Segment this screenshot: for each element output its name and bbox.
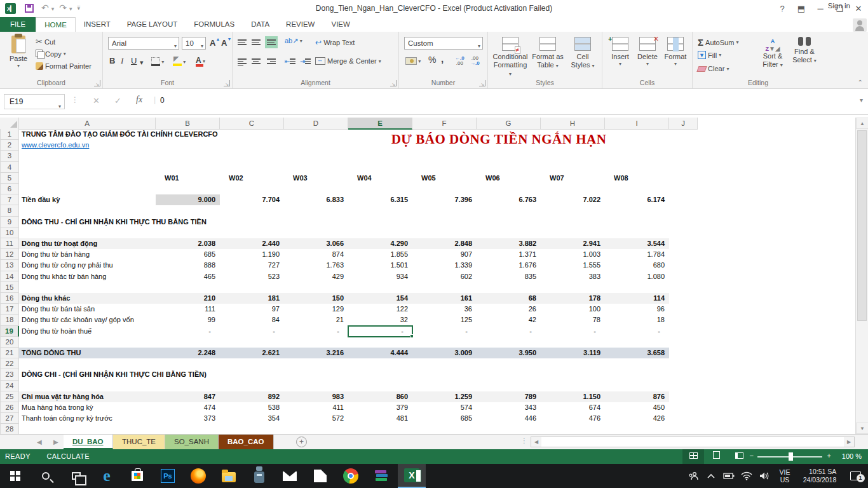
cell-I16[interactable]: 114 [605, 293, 669, 304]
vertical-scrollbar[interactable]: ▲ ▼ [855, 118, 868, 434]
cell-G7[interactable]: 6.763 [477, 194, 541, 205]
cell-H11[interactable]: 2.941 [541, 238, 605, 249]
cell-E26[interactable]: 379 [348, 402, 412, 413]
taskbar-chrome-button[interactable] [337, 464, 365, 488]
taskbar-search-button[interactable] [32, 464, 60, 488]
taskbar-start-button[interactable] [1, 464, 29, 488]
cell-G18[interactable]: 42 [477, 315, 541, 325]
cell-G12[interactable]: 1.371 [477, 249, 541, 260]
cell-F11[interactable]: 2.848 [412, 238, 477, 249]
cell-D7[interactable]: 6.833 [284, 194, 348, 205]
cell-E14[interactable]: 934 [348, 271, 412, 282]
ribbon-tab-page-layout[interactable]: PAGE LAYOUT [119, 17, 186, 32]
cell-I5[interactable]: W08 [605, 173, 669, 184]
cell-E17[interactable]: 122 [348, 304, 412, 315]
cell-D11[interactable]: 3.066 [284, 238, 348, 249]
row-header-25[interactable]: 25 [0, 391, 19, 402]
ribbon-tab-home[interactable]: HOME [36, 17, 76, 32]
font-name-combo[interactable]: Arial▾ [108, 37, 179, 50]
cell-E11[interactable]: 4.290 [348, 238, 412, 249]
show-hidden-icons-chevron[interactable] [703, 464, 719, 488]
cell-C5[interactable]: W02 [220, 173, 284, 184]
cell-H5[interactable]: W07 [541, 173, 605, 184]
horizontal-scrollbar[interactable]: ◀ ▶ [531, 437, 855, 447]
number-format-combo[interactable]: Custom▾ [404, 37, 483, 50]
wifi-tray-icon[interactable] [738, 464, 755, 488]
column-header-D[interactable]: D [284, 118, 348, 130]
cell-D13[interactable]: 1.763 [284, 260, 348, 271]
align-left-button[interactable] [238, 57, 247, 67]
cell-B26[interactable]: 474 [156, 402, 220, 413]
people-tray-icon[interactable] [685, 464, 702, 488]
column-header-A[interactable]: A [19, 118, 156, 130]
row-header-19[interactable]: 19 [0, 326, 19, 337]
cell-D17[interactable]: 129 [284, 304, 348, 315]
cell-D26[interactable]: 411 [284, 402, 348, 413]
cell-G5[interactable]: W06 [477, 173, 541, 184]
cell-C16[interactable]: 181 [220, 293, 284, 304]
cell-F16[interactable]: 161 [412, 293, 477, 304]
row-header-23[interactable]: 23 [0, 369, 19, 380]
cell-E5[interactable]: W04 [348, 173, 412, 184]
cell-H12[interactable]: 1.003 [541, 249, 605, 260]
ribbon-tab-formulas[interactable]: FORMULAS [186, 17, 243, 32]
format-painter-button[interactable]: Format Painter [36, 62, 92, 70]
clear-button[interactable]: Clear ▾ [698, 65, 729, 72]
cell-B11[interactable]: 2.038 [156, 238, 220, 249]
cell-D12[interactable]: 874 [284, 249, 348, 260]
cell-H16[interactable]: 178 [541, 293, 605, 304]
zoom-in-button[interactable]: + [827, 452, 831, 459]
cell-B18[interactable]: 99 [156, 315, 220, 325]
decrease-decimal-button[interactable]: .00→.0 [470, 56, 480, 66]
vertical-scroll-thumb[interactable] [857, 130, 867, 321]
comma-style-button[interactable]: , [441, 53, 444, 64]
cell-E7[interactable]: 6.315 [348, 194, 412, 205]
cell-F12[interactable]: 907 [412, 249, 477, 260]
enter-formula-icon[interactable]: ✓ [114, 96, 121, 105]
cell-D25[interactable]: 983 [284, 391, 348, 402]
cell-B17[interactable]: 111 [156, 304, 220, 315]
cell-E12[interactable]: 1.855 [348, 249, 412, 260]
cell-C21[interactable]: 2.621 [220, 348, 284, 358]
taskbar-file-explorer-button[interactable] [215, 464, 243, 488]
cell-G19[interactable]: - [477, 326, 541, 337]
cell-F14[interactable]: 602 [412, 271, 477, 282]
cell-F19[interactable]: - [412, 326, 477, 337]
cell-H19[interactable]: - [541, 326, 605, 337]
battery-tray-icon[interactable] [721, 464, 737, 488]
row-header-14[interactable]: 14 [0, 271, 19, 282]
italic-button[interactable]: I [121, 56, 123, 66]
cell-F5[interactable]: W05 [412, 173, 477, 184]
cell-B14[interactable]: 465 [156, 271, 220, 282]
row-header-20[interactable]: 20 [0, 337, 19, 348]
cell-F17[interactable]: 36 [412, 304, 477, 315]
ribbon-tab-view[interactable]: VIEW [323, 17, 358, 32]
taskbar-store-button[interactable] [123, 464, 151, 488]
cell-G17[interactable]: 26 [477, 304, 541, 315]
normal-view-button[interactable] [682, 449, 704, 464]
cell-C7[interactable]: 7.704 [220, 194, 284, 205]
cell-B27[interactable]: 373 [156, 413, 220, 424]
cell-E21[interactable]: 4.444 [348, 348, 412, 358]
page-break-view-button[interactable] [728, 449, 750, 464]
cell-E13[interactable]: 1.501 [348, 260, 412, 271]
expand-formula-bar-icon[interactable]: ▾ [860, 97, 863, 104]
cell-G26[interactable]: 343 [477, 402, 541, 413]
taskbar-robot-app-button[interactable] [245, 464, 273, 488]
new-sheet-button[interactable]: + [296, 437, 307, 447]
conditional-formatting-button[interactable]: ConditionalFormatting ▾ [492, 37, 529, 78]
cell-H21[interactable]: 3.119 [541, 348, 605, 358]
column-header-E[interactable]: E [348, 118, 412, 130]
cell-I14[interactable]: 1.080 [605, 271, 669, 282]
percent-style-button[interactable]: % [428, 55, 436, 65]
taskbar-photoshop-button[interactable]: Ps [154, 464, 182, 488]
cell-E18[interactable]: 32 [348, 315, 412, 325]
shrink-font-button[interactable]: A▼ [221, 38, 227, 48]
cell-C18[interactable]: 84 [220, 315, 284, 325]
font-size-combo[interactable]: 10▾ [182, 37, 206, 50]
clipboard-dialog-launcher[interactable] [94, 80, 100, 86]
next-sheet-icon[interactable]: ▶ [53, 438, 58, 445]
decrease-indent-button[interactable]: ⇤ [285, 57, 295, 65]
cell-C13[interactable]: 727 [220, 260, 284, 271]
cell-A1[interactable]: TRUNG TÂM ĐÀO TẠO GIÁM ĐỐC TÀI CHÍNH CLE… [19, 129, 349, 140]
